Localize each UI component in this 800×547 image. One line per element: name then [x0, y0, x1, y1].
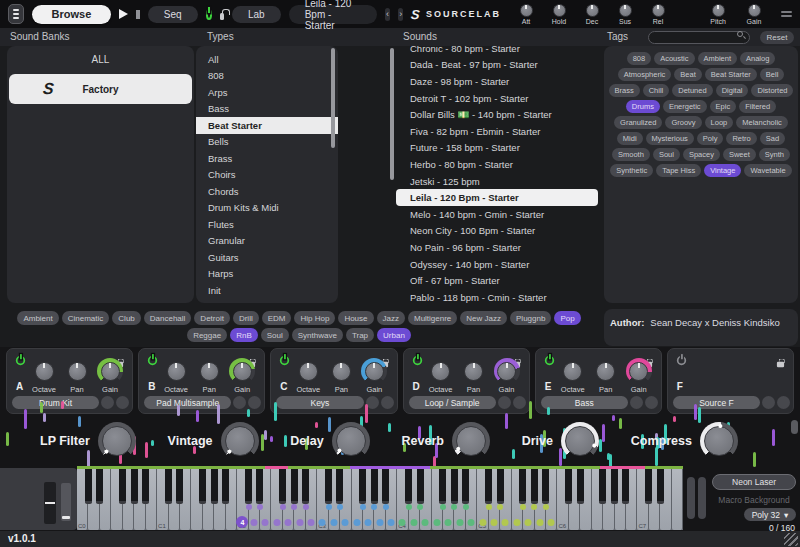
- envelope-knob[interactable]: Dec: [579, 4, 605, 25]
- gain-knob[interactable]: Gain: [95, 358, 125, 394]
- keyboard-scroll-handle[interactable]: [698, 477, 706, 519]
- type-item[interactable]: Bells: [196, 134, 338, 151]
- type-item[interactable]: Guitars: [196, 249, 338, 266]
- genre-chip[interactable]: Trap: [346, 328, 374, 342]
- white-key[interactable]: [672, 468, 683, 530]
- tag-chip[interactable]: Soul: [653, 148, 680, 161]
- tag-chip[interactable]: Acoustic: [654, 52, 694, 65]
- scroll-nub[interactable]: [791, 420, 798, 434]
- black-key[interactable]: [325, 468, 332, 504]
- sound-item[interactable]: No Pain - 96 bpm - Starter: [396, 239, 598, 256]
- black-key[interactable]: [199, 468, 206, 504]
- channel-prev-button[interactable]: [498, 396, 511, 409]
- resize-grip-icon[interactable]: [784, 533, 798, 546]
- macro-knob[interactable]: [98, 422, 136, 460]
- channel-power-icon[interactable]: [280, 356, 289, 365]
- black-key[interactable]: [519, 468, 526, 504]
- channel-power-icon[interactable]: [16, 356, 25, 365]
- black-key[interactable]: [622, 468, 629, 504]
- pan-knob[interactable]: Pan: [194, 358, 224, 394]
- type-item[interactable]: Harps: [196, 266, 338, 283]
- channel-source-button[interactable]: Source F: [673, 396, 760, 409]
- tag-chip[interactable]: Ambient: [698, 52, 738, 65]
- stop-icon[interactable]: [136, 10, 140, 19]
- sound-item[interactable]: Future - 158 bpm - Starter: [396, 140, 598, 157]
- black-key[interactable]: [336, 468, 343, 504]
- channel-next-button[interactable]: [248, 396, 261, 409]
- keyboard-scroll-handle[interactable]: [687, 477, 695, 519]
- tag-chip[interactable]: Analog: [740, 52, 775, 65]
- tag-chip[interactable]: Digital: [716, 84, 749, 97]
- genre-chip[interactable]: Pop: [554, 311, 580, 325]
- tag-chip[interactable]: Wavetable: [744, 164, 791, 177]
- macro-knob[interactable]: [561, 422, 599, 460]
- black-key[interactable]: [211, 468, 218, 504]
- type-item[interactable]: Flutes: [196, 216, 338, 233]
- sound-item[interactable]: Jetski - 125 bpm: [396, 173, 598, 190]
- tag-chip[interactable]: Drums: [626, 100, 660, 113]
- main-knob[interactable]: Gain: [741, 4, 767, 25]
- channel-next-button[interactable]: [645, 396, 658, 409]
- channel-prev-button[interactable]: [630, 396, 643, 409]
- tag-chip[interactable]: Filtered: [739, 100, 776, 113]
- tag-chip[interactable]: Synth: [759, 148, 790, 161]
- tag-chip[interactable]: Epic: [710, 100, 737, 113]
- black-key[interactable]: [405, 468, 412, 504]
- knob-dial[interactable]: [520, 4, 533, 17]
- pan-knob[interactable]: Pan: [591, 358, 621, 394]
- preset-prev-button[interactable]: ‹: [385, 8, 390, 21]
- type-item[interactable]: Granular: [196, 233, 338, 250]
- genre-chip[interactable]: Detroit: [194, 311, 230, 325]
- macro-page-button[interactable]: Neon Laser: [712, 474, 796, 490]
- knob-dial[interactable]: [748, 4, 761, 17]
- macro-knob[interactable]: [452, 422, 490, 460]
- tag-chip[interactable]: Atmospheric: [618, 68, 672, 81]
- tag-chip[interactable]: Retro: [726, 132, 756, 145]
- black-key[interactable]: [165, 468, 172, 504]
- black-key[interactable]: [119, 468, 126, 504]
- black-key[interactable]: [417, 468, 424, 504]
- sound-item[interactable]: Melo - 140 bpm - Gmin - Starter: [396, 206, 598, 223]
- type-item[interactable]: Chords: [196, 183, 338, 200]
- sound-bank-item[interactable]: S Factory: [9, 74, 192, 104]
- envelope-knob[interactable]: Hold: [546, 4, 572, 25]
- channel-next-button[interactable]: [513, 396, 526, 409]
- octave-knob[interactable]: Octave: [558, 358, 588, 394]
- sound-item[interactable]: Off - 67 bpm - Starter: [396, 272, 598, 289]
- tag-chip[interactable]: Mysterious: [646, 132, 694, 145]
- black-key[interactable]: [85, 468, 92, 504]
- type-item[interactable]: Bass: [196, 101, 338, 118]
- lab-button[interactable]: Lab: [232, 6, 281, 23]
- tag-chip[interactable]: Spacey: [683, 148, 720, 161]
- channel-next-button[interactable]: [777, 396, 790, 409]
- black-key[interactable]: [497, 468, 504, 504]
- type-item[interactable]: Beat Starter: [196, 117, 338, 134]
- reset-button[interactable]: Reset: [760, 31, 794, 44]
- sound-item[interactable]: Leila - 120 Bpm - Starter: [396, 189, 598, 206]
- gain-knob[interactable]: Gain: [359, 358, 389, 394]
- sound-item[interactable]: Dollar Bills 💵 - 140 bpm - Starter: [396, 106, 598, 123]
- knob-dial[interactable]: [586, 4, 599, 17]
- browse-button[interactable]: Browse: [32, 5, 112, 24]
- tag-chip[interactable]: Groovy: [665, 116, 701, 129]
- gain-knob[interactable]: Gain: [492, 358, 522, 394]
- black-key[interactable]: [611, 468, 618, 504]
- sound-item[interactable]: Daze - 98 bpm - Starter: [396, 73, 598, 90]
- pan-knob[interactable]: Pan: [62, 358, 92, 394]
- search-input[interactable]: [648, 31, 750, 44]
- genre-chip[interactable]: Ambient: [17, 311, 58, 325]
- tag-chip[interactable]: Tape Hiss: [656, 164, 701, 177]
- sound-item[interactable]: Chronic - 80 bpm - Starter: [396, 46, 598, 57]
- tag-chip[interactable]: Energetic: [663, 100, 707, 113]
- main-knob[interactable]: Pitch: [705, 4, 731, 25]
- black-key[interactable]: [176, 468, 183, 504]
- sound-item[interactable]: Fiva - 82 bpm - Ebmin - Starter: [396, 123, 598, 140]
- sounds-scrollbar[interactable]: [390, 48, 394, 180]
- channel-source-button[interactable]: Loop / Sample: [409, 396, 496, 409]
- genre-chip[interactable]: Hip Hop: [294, 311, 335, 325]
- tag-chip[interactable]: Granulized: [614, 116, 662, 129]
- pan-knob[interactable]: Pan: [459, 358, 489, 394]
- channel-source-button[interactable]: Drum Kit: [12, 396, 99, 409]
- genre-chip[interactable]: Dancehall: [144, 311, 192, 325]
- black-key[interactable]: [485, 468, 492, 504]
